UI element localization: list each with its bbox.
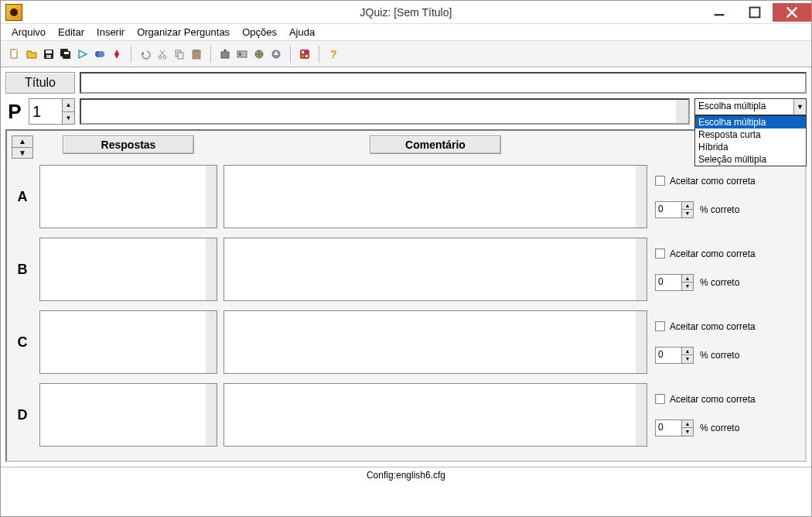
- answer-row: C Aceitar como correta 0 ▲▼ % correto: [12, 310, 800, 374]
- aceitar-checkbox[interactable]: [655, 321, 665, 331]
- svg-point-16: [163, 56, 166, 59]
- pct-up[interactable]: ▲: [682, 420, 693, 429]
- pct-up[interactable]: ▲: [682, 275, 693, 283]
- pct-down[interactable]: ▼: [682, 355, 693, 363]
- svg-rect-26: [239, 53, 241, 56]
- resposta-input[interactable]: [39, 310, 217, 374]
- question-number-spinner[interactable]: 1 ▲ ▼: [29, 98, 75, 125]
- pct-label: % correto: [700, 277, 739, 288]
- respostas-header[interactable]: Respostas: [63, 135, 194, 154]
- copy-icon[interactable]: [172, 46, 187, 62]
- help-icon[interactable]: ?: [326, 46, 341, 62]
- title-row: Título: [5, 72, 807, 94]
- menu-ajuda[interactable]: Ajuda: [283, 25, 321, 39]
- comentario-input[interactable]: [223, 238, 647, 301]
- properties-icon[interactable]: [297, 46, 312, 62]
- comentario-input[interactable]: [223, 310, 647, 374]
- resposta-input[interactable]: [39, 165, 217, 228]
- aceitar-label: Aceitar como correta: [670, 394, 756, 405]
- pct-down[interactable]: ▼: [682, 282, 693, 290]
- undo-icon[interactable]: [138, 46, 153, 62]
- insert-image-icon[interactable]: [75, 46, 90, 62]
- aceitar-label: Aceitar como correta: [670, 321, 756, 332]
- new-icon[interactable]: [7, 46, 22, 62]
- menu-inserir[interactable]: Inserir: [90, 25, 131, 39]
- question-type-group: Escolha múltipla ▼ Escolha múltipla Resp…: [694, 98, 807, 125]
- open-icon[interactable]: [24, 46, 39, 62]
- question-row: P 1 ▲ ▼ Escolha múltipla ▼ Escolha múlti…: [5, 98, 807, 125]
- answer-settings: Aceitar como correta 0 ▲▼ % correto: [653, 310, 800, 374]
- question-type-option[interactable]: Híbrida: [695, 141, 806, 153]
- save-icon[interactable]: [41, 46, 56, 62]
- cut-icon[interactable]: [155, 46, 170, 62]
- title-input[interactable]: [80, 72, 807, 94]
- question-type-option[interactable]: Seleção múltipla: [695, 153, 806, 166]
- maximize-button[interactable]: [737, 3, 773, 22]
- menu-arquivo[interactable]: Arquivo: [5, 25, 52, 39]
- answer-nav-up[interactable]: ▲: [12, 136, 32, 148]
- question-type-option[interactable]: Resposta curta: [695, 128, 806, 141]
- question-text-input[interactable]: [80, 98, 690, 125]
- svg-rect-22: [194, 50, 199, 52]
- menu-editar[interactable]: Editar: [52, 25, 90, 39]
- app-icon: [5, 4, 22, 21]
- question-type-option[interactable]: Escolha múltipla: [695, 116, 806, 128]
- svg-point-15: [159, 56, 162, 59]
- insert-object-icon[interactable]: [92, 46, 107, 62]
- question-number-down[interactable]: ▼: [63, 112, 74, 125]
- paste-icon[interactable]: [189, 46, 204, 62]
- pct-down[interactable]: ▼: [682, 428, 693, 436]
- aceitar-checkbox[interactable]: [655, 248, 665, 258]
- answer-nav-stepper[interactable]: ▲ ▼: [12, 135, 33, 159]
- comentario-header[interactable]: Comentário: [370, 135, 501, 154]
- answer-nav-down[interactable]: ▼: [12, 148, 32, 159]
- pct-spinner[interactable]: 0 ▲▼: [655, 347, 694, 364]
- answer-letter: C: [12, 310, 33, 374]
- pct-spinner[interactable]: 0 ▲▼: [655, 201, 694, 218]
- svg-rect-23: [221, 52, 229, 58]
- pct-down[interactable]: ▼: [682, 210, 693, 217]
- aceitar-checkbox[interactable]: [655, 176, 665, 186]
- chevron-down-icon: ▼: [793, 99, 806, 115]
- pct-value[interactable]: 0: [656, 275, 681, 290]
- answer-letter: D: [12, 383, 33, 447]
- answer-row: A Aceitar como correta 0 ▲▼ % correto: [12, 165, 800, 228]
- pct-value[interactable]: 0: [656, 420, 681, 436]
- question-number-value[interactable]: 1: [29, 99, 62, 124]
- svg-rect-11: [64, 52, 69, 54]
- question-type-dropdown[interactable]: Escolha múltipla ▼: [694, 98, 807, 115]
- pct-value[interactable]: 0: [656, 348, 681, 363]
- publish-icon[interactable]: [251, 46, 267, 62]
- upload-icon[interactable]: [268, 46, 284, 62]
- svg-rect-7: [46, 50, 52, 53]
- svg-rect-20: [178, 53, 183, 59]
- close-button[interactable]: [773, 3, 811, 22]
- comentario-input[interactable]: [223, 165, 647, 228]
- pct-spinner[interactable]: 0 ▲▼: [655, 419, 694, 437]
- save-all-icon[interactable]: [58, 46, 73, 62]
- question-number-up[interactable]: ▲: [63, 99, 74, 112]
- answer-row: D Aceitar como correta 0 ▲▼ % correto: [12, 383, 800, 447]
- aceitar-checkbox[interactable]: [655, 394, 665, 404]
- delete-icon[interactable]: [109, 46, 125, 62]
- menu-opcoes[interactable]: Opções: [236, 25, 283, 39]
- resposta-input[interactable]: [39, 238, 217, 301]
- menubar: Arquivo Editar Inserir Organizar Pergunt…: [1, 24, 811, 41]
- content-area: Título P 1 ▲ ▼ Escolha múltipla ▼ Escolh…: [1, 67, 811, 467]
- svg-point-13: [98, 51, 104, 57]
- comentario-input[interactable]: [223, 383, 647, 447]
- toolbar: ?: [1, 41, 811, 67]
- svg-rect-1: [750, 7, 760, 17]
- titlebar: JQuiz: [Sem Título]: [1, 1, 811, 24]
- svg-rect-8: [46, 55, 51, 58]
- pct-up[interactable]: ▲: [682, 348, 693, 356]
- pct-spinner[interactable]: 0 ▲▼: [655, 274, 694, 291]
- pct-up[interactable]: ▲: [682, 202, 693, 211]
- menu-organizar[interactable]: Organizar Perguntas: [131, 25, 236, 39]
- minimize-button[interactable]: [701, 3, 737, 22]
- pct-value[interactable]: 0: [656, 202, 681, 217]
- preview-icon[interactable]: [234, 46, 250, 62]
- resposta-input[interactable]: [39, 383, 217, 447]
- column-headers: ▲ ▼ Respostas Comentário: [12, 135, 800, 159]
- export-icon[interactable]: [217, 46, 233, 62]
